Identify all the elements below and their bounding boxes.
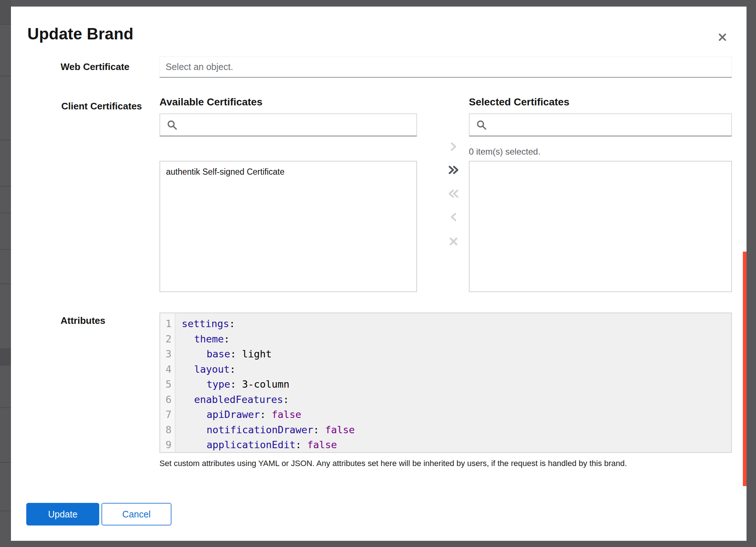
yaml-key: settings xyxy=(182,318,229,329)
backdrop-topbar-remnant xyxy=(0,0,11,24)
backdrop-divider xyxy=(0,511,11,511)
move-selected-left-button[interactable] xyxy=(437,208,470,226)
modal-title: Update Brand xyxy=(27,25,134,43)
double-chevron-left-icon xyxy=(447,189,460,198)
notification-accent-bar xyxy=(743,252,747,486)
code-line: 5 type:3-column xyxy=(160,377,731,392)
clear-x-icon xyxy=(449,237,458,246)
yaml-value: false xyxy=(307,439,337,450)
selected-certificates-heading: Selected Certificates xyxy=(469,96,569,108)
line-number: 4 xyxy=(160,362,176,377)
code-line: 8 notificationDrawer:false xyxy=(160,422,731,438)
code-line: 6 enabledFeatures: xyxy=(160,392,731,407)
update-brand-modal: Update Brand Web Certificate Client Cert… xyxy=(11,7,747,541)
line-number: 8 xyxy=(160,422,176,438)
yaml-key: type xyxy=(207,379,230,390)
code-lines: 1 settings: 2 theme: 3 base:light 4 layo… xyxy=(160,316,731,453)
move-all-right-button[interactable] xyxy=(437,161,470,179)
backdrop-divider xyxy=(0,213,11,213)
chevron-left-icon xyxy=(450,212,458,222)
close-button[interactable] xyxy=(712,27,733,47)
backdrop-divider xyxy=(0,75,11,76)
yaml-value: light xyxy=(242,348,271,360)
selected-count-status: 0 item(s) selected. xyxy=(469,147,540,157)
yaml-key: notificationDrawer xyxy=(207,424,313,435)
yaml-key: theme xyxy=(194,333,224,345)
yaml-value: false xyxy=(272,409,301,420)
update-button[interactable]: Update xyxy=(26,503,99,525)
client-certificates-label: Client Certificates xyxy=(61,101,142,112)
code-line: 3 base:light xyxy=(160,346,731,362)
line-number: 5 xyxy=(160,377,176,392)
available-certificates-list[interactable]: authentik Self-signed Certificate xyxy=(159,161,417,292)
yaml-key: apiDrawer xyxy=(207,409,260,420)
yaml-key: layout xyxy=(194,364,230,375)
yaml-value: 3-column xyxy=(242,379,289,390)
available-certificates-heading: Available Certificates xyxy=(159,96,262,108)
selected-certificates-list[interactable] xyxy=(469,161,732,292)
double-chevron-right-icon xyxy=(447,165,460,175)
backdrop-divider xyxy=(0,283,11,284)
page-backdrop: Update Brand Web Certificate Client Cert… xyxy=(0,0,756,547)
move-all-left-button[interactable] xyxy=(437,185,470,202)
line-number: 1 xyxy=(160,316,176,331)
backdrop-divider xyxy=(0,462,11,463)
available-search-input[interactable] xyxy=(182,114,416,136)
web-certificate-label: Web Certificate xyxy=(61,61,130,73)
chevron-right-icon xyxy=(450,142,458,151)
move-selected-right-button[interactable] xyxy=(437,138,470,155)
web-certificate-select[interactable] xyxy=(159,57,732,78)
clear-selection-button[interactable] xyxy=(437,233,470,250)
certificate-option[interactable]: authentik Self-signed Certificate xyxy=(160,162,416,182)
close-icon xyxy=(717,32,728,42)
line-number: 6 xyxy=(160,392,176,407)
line-number: 3 xyxy=(160,346,176,362)
search-icon xyxy=(476,120,487,131)
code-line: 1 settings: xyxy=(160,316,731,331)
code-line: 2 theme: xyxy=(160,331,731,347)
selected-search-input[interactable] xyxy=(491,114,731,136)
cancel-button[interactable]: Cancel xyxy=(101,503,171,525)
backdrop-divider xyxy=(0,186,11,187)
backdrop-divider xyxy=(0,249,11,250)
line-number: 9 xyxy=(160,437,176,453)
backdrop-selected-item-remnant xyxy=(0,348,11,366)
attributes-help-text: Set custom attributes using YAML or JSON… xyxy=(159,459,721,468)
line-number: 2 xyxy=(160,331,176,347)
attributes-label: Attributes xyxy=(61,315,105,326)
attributes-code-editor[interactable]: 1 settings: 2 theme: 3 base:light 4 layo… xyxy=(159,313,732,453)
search-icon xyxy=(167,120,178,131)
yaml-key: enabledFeatures xyxy=(194,394,283,405)
code-line: 9 applicationEdit:false xyxy=(160,437,731,453)
available-search-box xyxy=(159,113,417,136)
backdrop-divider xyxy=(0,140,11,140)
yaml-key: base xyxy=(207,348,230,360)
code-line: 7 apiDrawer:false xyxy=(160,407,731,422)
yaml-value: false xyxy=(325,424,355,435)
backdrop-divider xyxy=(0,24,11,25)
backdrop-divider xyxy=(0,407,11,408)
code-line: 4 layout: xyxy=(160,362,731,377)
selected-search-box xyxy=(469,113,732,136)
line-number: 7 xyxy=(160,407,176,422)
yaml-key: applicationEdit xyxy=(207,439,296,450)
